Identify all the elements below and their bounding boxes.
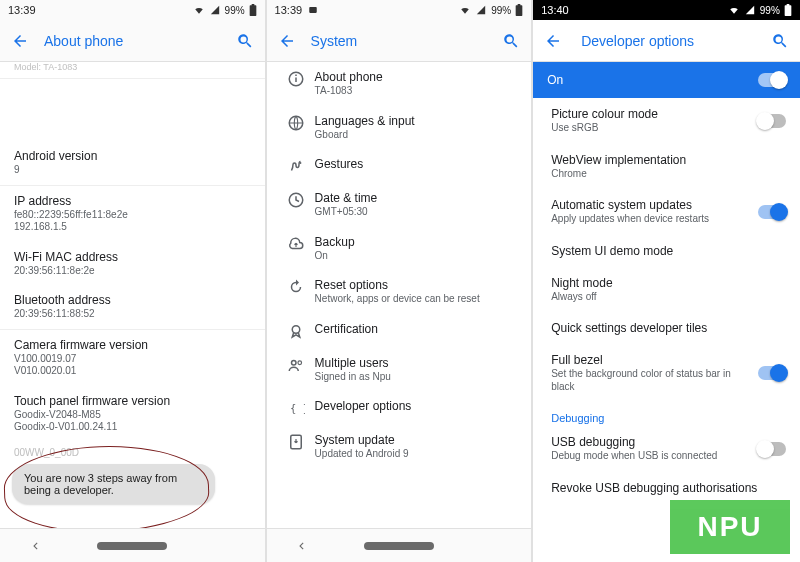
system-item-cert[interactable]: Certification xyxy=(267,314,532,348)
system-item-update[interactable]: System updateUpdated to Android 9 xyxy=(267,425,532,469)
row-title: Night mode xyxy=(551,276,776,290)
row-sub: Updated to Android 9 xyxy=(315,448,522,461)
back-button[interactable] xyxy=(273,32,301,50)
chevron-left-icon xyxy=(28,539,42,553)
signal-icon xyxy=(744,5,756,15)
row-sub: Signed in as Npu xyxy=(315,371,522,384)
statusbar: 13:39 99% xyxy=(267,0,532,20)
arrow-back-icon xyxy=(544,32,562,50)
back-button[interactable] xyxy=(539,32,567,50)
about-ip-address[interactable]: IP address fe80::2239:56ff:fe11:8e2e 192… xyxy=(0,186,265,242)
devopt-1[interactable]: WebView implementationChrome xyxy=(533,144,800,190)
switch-on[interactable] xyxy=(758,366,786,380)
system-item-clock[interactable]: Date & timeGMT+05:30 xyxy=(267,183,532,227)
devopt-0[interactable]: Picture colour modeUse sRGB xyxy=(533,98,800,144)
row-sub: 20:39:56:11:8e:2e xyxy=(14,265,251,278)
screenshot-icon xyxy=(308,5,318,15)
devopt-2[interactable]: Automatic system updatesApply updates wh… xyxy=(533,189,800,235)
cert-icon xyxy=(277,322,315,340)
row-sub: V100.0019.07 V010.0020.01 xyxy=(14,353,251,378)
row-title: Multiple users xyxy=(315,356,522,370)
model-clip: Model: TA-1083 xyxy=(0,62,265,78)
system-item-globe[interactable]: Languages & inputGboard xyxy=(267,106,532,150)
page-title: System xyxy=(301,33,498,49)
row-title: Wi-Fi MAC address xyxy=(14,250,251,264)
nav-home-pill[interactable] xyxy=(364,542,434,550)
signal-icon xyxy=(209,5,221,15)
row-title: WebView implementation xyxy=(551,153,776,167)
battery-icon xyxy=(784,4,792,16)
appbar: About phone xyxy=(0,20,265,62)
devopt-3[interactable]: System UI demo mode xyxy=(533,235,800,267)
debug-0[interactable]: USB debuggingDebug mode when USB is conn… xyxy=(533,426,800,472)
row-sub: Gboard xyxy=(315,129,522,142)
back-button[interactable] xyxy=(6,32,34,50)
row-sub: Apply updates when device restarts xyxy=(551,213,748,226)
signal-icon xyxy=(475,5,487,15)
switch-on[interactable] xyxy=(758,205,786,219)
nav-back[interactable] xyxy=(28,539,42,553)
clock-icon xyxy=(277,191,315,209)
battery-percent: 99% xyxy=(491,5,511,16)
svg-point-9 xyxy=(298,360,302,364)
about-android-version[interactable]: Android version 9 xyxy=(0,141,265,185)
chevron-left-icon xyxy=(294,539,308,553)
on-label: On xyxy=(547,73,563,87)
row-title: USB debugging xyxy=(551,435,748,449)
system-item-dev[interactable]: { }Developer options xyxy=(267,391,532,425)
row-sub: Debug mode when USB is connected xyxy=(551,450,748,463)
search-button[interactable] xyxy=(231,32,259,50)
battery-icon xyxy=(249,4,257,16)
row-sub: TA-1083 xyxy=(315,85,522,98)
search-button[interactable] xyxy=(766,32,794,50)
row-title: Developer options xyxy=(315,399,522,413)
row-title: System update xyxy=(315,433,522,447)
row-sub: Chrome xyxy=(551,168,776,181)
master-toggle-row[interactable]: On xyxy=(533,62,800,98)
switch-off[interactable] xyxy=(758,114,786,128)
about-bt[interactable]: Bluetooth address 20:39:56:11:88:52 xyxy=(0,285,265,329)
system-item-gesture[interactable]: Gestures xyxy=(267,149,532,183)
battery-percent: 99% xyxy=(225,5,245,16)
devopt-4[interactable]: Night modeAlways off xyxy=(533,267,800,313)
devopt-6[interactable]: Full bezelSet the background color of st… xyxy=(533,344,800,402)
system-item-users[interactable]: Multiple usersSigned in as Npu xyxy=(267,348,532,392)
row-title: System UI demo mode xyxy=(551,244,776,258)
system-item-info[interactable]: About phoneTA-1083 xyxy=(267,62,532,106)
row-title: Backup xyxy=(315,235,522,249)
row-title: Touch panel firmware version xyxy=(14,394,251,408)
nav-home-pill[interactable] xyxy=(97,542,167,550)
debug-1[interactable]: Revoke USB debugging authorisations xyxy=(533,472,800,504)
gesture-icon xyxy=(277,157,315,175)
svg-text:{ }: { } xyxy=(290,402,305,414)
svg-rect-0 xyxy=(309,7,317,13)
arrow-back-icon xyxy=(11,32,29,50)
battery-icon xyxy=(515,4,523,16)
search-button[interactable] xyxy=(497,32,525,50)
battery-percent: 99% xyxy=(760,5,780,16)
row-title: Automatic system updates xyxy=(551,198,748,212)
about-touch-fw[interactable]: Touch panel firmware version Goodix-V204… xyxy=(0,386,265,442)
row-title: Bluetooth address xyxy=(14,293,251,307)
about-mac[interactable]: Wi-Fi MAC address 20:39:56:11:8e:2e xyxy=(0,242,265,286)
devopt-5[interactable]: Quick settings developer tiles xyxy=(533,312,800,344)
dev-icon: { } xyxy=(277,399,315,417)
about-camera-fw[interactable]: Camera firmware version V100.0019.07 V01… xyxy=(0,330,265,386)
row-title: IP address xyxy=(14,194,251,208)
cloud-icon xyxy=(277,235,315,253)
row-sub: fe80::2239:56ff:fe11:8e2e 192.168.1.5 xyxy=(14,209,251,234)
master-toggle-switch[interactable] xyxy=(758,73,786,87)
row-sub: Network, apps or device can be reset xyxy=(315,293,522,306)
system-item-reset[interactable]: Reset optionsNetwork, apps or device can… xyxy=(267,270,532,314)
search-icon xyxy=(502,32,520,50)
navbar xyxy=(0,528,265,562)
nav-back[interactable] xyxy=(294,539,308,553)
info-icon xyxy=(277,70,315,88)
switch-off[interactable] xyxy=(758,442,786,456)
users-icon xyxy=(277,356,315,374)
row-sub: Always off xyxy=(551,291,776,304)
wifi-icon xyxy=(728,5,740,15)
row-title: Camera firmware version xyxy=(14,338,251,352)
system-item-cloud[interactable]: BackupOn xyxy=(267,227,532,271)
statusbar: 13:39 99% xyxy=(0,0,265,20)
